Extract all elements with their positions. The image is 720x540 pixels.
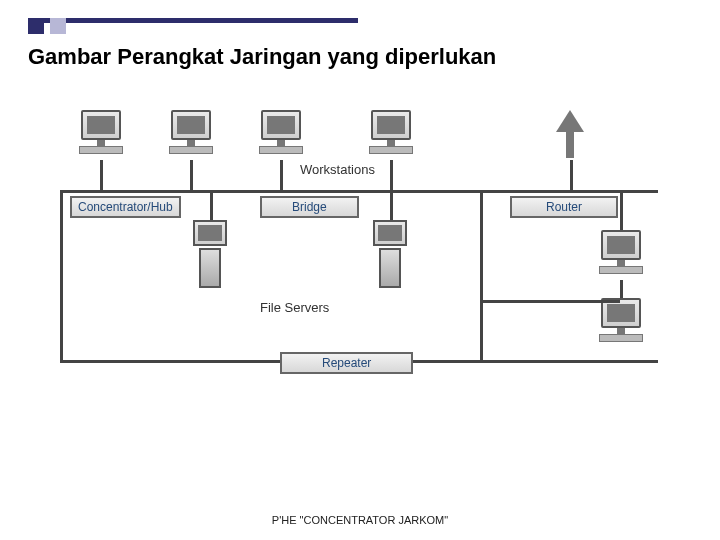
workstations-label: Workstations bbox=[300, 162, 375, 177]
router-arrow-icon bbox=[556, 110, 584, 132]
workstation-icon bbox=[368, 110, 414, 160]
left-bus-connector bbox=[60, 190, 63, 363]
workstation-icon bbox=[598, 230, 644, 280]
ws-drop-2 bbox=[190, 160, 193, 190]
slide-title: Gambar Perangkat Jaringan yang diperluka… bbox=[28, 44, 496, 70]
slide-footer: P'HE "CONCENTRATOR JARKOM" bbox=[0, 514, 720, 526]
router-arrow-stem bbox=[566, 130, 574, 158]
workstation-icon bbox=[168, 110, 214, 160]
server-drop-2 bbox=[390, 193, 393, 223]
bridge-box: Bridge bbox=[260, 196, 359, 218]
ws-right-drop-1 bbox=[620, 193, 623, 233]
right-ws-tie bbox=[480, 300, 620, 303]
network-diagram: Workstations Concentrator/Hub Bridge Rou… bbox=[60, 100, 658, 460]
upper-bus-line bbox=[60, 190, 658, 193]
server-drop-1 bbox=[210, 193, 213, 223]
repeater-box: Repeater bbox=[280, 352, 413, 374]
slide-accent-stripe bbox=[28, 18, 358, 23]
file-server-icon bbox=[190, 220, 230, 290]
file-servers-label: File Servers bbox=[260, 300, 329, 315]
slide-accent-square-dark bbox=[28, 18, 44, 34]
slide-accent-square-light bbox=[50, 18, 66, 34]
ws-drop-3 bbox=[280, 160, 283, 190]
router-box: Router bbox=[510, 196, 618, 218]
workstation-icon bbox=[78, 110, 124, 160]
hub-box: Concentrator/Hub bbox=[70, 196, 181, 218]
workstation-icon bbox=[258, 110, 304, 160]
workstation-icon bbox=[598, 298, 644, 348]
right-bus-connector bbox=[480, 190, 483, 363]
ws-drop-4 bbox=[390, 160, 393, 190]
router-drop bbox=[570, 160, 573, 190]
file-server-icon bbox=[370, 220, 410, 290]
ws-right-interconnect bbox=[620, 280, 623, 300]
ws-drop-1 bbox=[100, 160, 103, 190]
